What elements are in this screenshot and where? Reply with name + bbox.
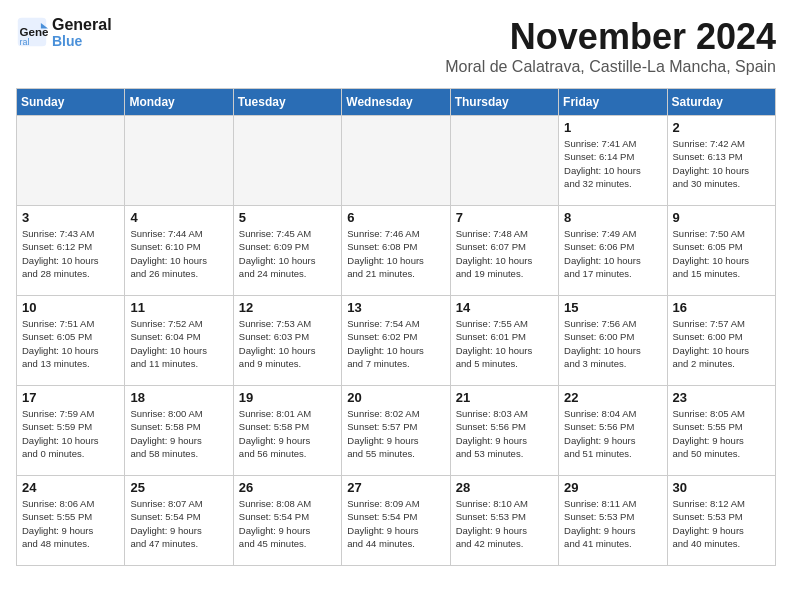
calendar-cell: 8Sunrise: 7:49 AMSunset: 6:06 PMDaylight… [559,206,667,296]
day-number: 4 [130,210,227,225]
day-info: Sunrise: 7:54 AMSunset: 6:02 PMDaylight:… [347,317,444,370]
calendar-cell: 5Sunrise: 7:45 AMSunset: 6:09 PMDaylight… [233,206,341,296]
day-info: Sunrise: 7:55 AMSunset: 6:01 PMDaylight:… [456,317,553,370]
svg-text:ral: ral [20,38,30,48]
day-number: 12 [239,300,336,315]
weekday-header-friday: Friday [559,89,667,116]
calendar-cell: 1Sunrise: 7:41 AMSunset: 6:14 PMDaylight… [559,116,667,206]
calendar-cell: 16Sunrise: 7:57 AMSunset: 6:00 PMDayligh… [667,296,775,386]
calendar-cell: 4Sunrise: 7:44 AMSunset: 6:10 PMDaylight… [125,206,233,296]
day-info: Sunrise: 7:53 AMSunset: 6:03 PMDaylight:… [239,317,336,370]
weekday-header-saturday: Saturday [667,89,775,116]
day-number: 30 [673,480,770,495]
day-info: Sunrise: 7:57 AMSunset: 6:00 PMDaylight:… [673,317,770,370]
day-info: Sunrise: 8:00 AMSunset: 5:58 PMDaylight:… [130,407,227,460]
weekday-header-tuesday: Tuesday [233,89,341,116]
day-info: Sunrise: 8:05 AMSunset: 5:55 PMDaylight:… [673,407,770,460]
calendar-cell [450,116,558,206]
day-info: Sunrise: 8:11 AMSunset: 5:53 PMDaylight:… [564,497,661,550]
day-info: Sunrise: 7:56 AMSunset: 6:00 PMDaylight:… [564,317,661,370]
day-info: Sunrise: 7:44 AMSunset: 6:10 PMDaylight:… [130,227,227,280]
day-info: Sunrise: 8:07 AMSunset: 5:54 PMDaylight:… [130,497,227,550]
day-number: 11 [130,300,227,315]
calendar-cell: 10Sunrise: 7:51 AMSunset: 6:05 PMDayligh… [17,296,125,386]
calendar-cell [233,116,341,206]
calendar-cell: 29Sunrise: 8:11 AMSunset: 5:53 PMDayligh… [559,476,667,566]
calendar-cell: 2Sunrise: 7:42 AMSunset: 6:13 PMDaylight… [667,116,775,206]
day-info: Sunrise: 8:02 AMSunset: 5:57 PMDaylight:… [347,407,444,460]
logo-line1: General [52,16,112,34]
calendar-cell: 7Sunrise: 7:48 AMSunset: 6:07 PMDaylight… [450,206,558,296]
day-info: Sunrise: 7:45 AMSunset: 6:09 PMDaylight:… [239,227,336,280]
calendar-cell: 27Sunrise: 8:09 AMSunset: 5:54 PMDayligh… [342,476,450,566]
day-info: Sunrise: 8:01 AMSunset: 5:58 PMDaylight:… [239,407,336,460]
day-info: Sunrise: 8:09 AMSunset: 5:54 PMDaylight:… [347,497,444,550]
day-number: 5 [239,210,336,225]
day-info: Sunrise: 7:49 AMSunset: 6:06 PMDaylight:… [564,227,661,280]
day-number: 21 [456,390,553,405]
calendar-table: SundayMondayTuesdayWednesdayThursdayFrid… [16,88,776,566]
day-info: Sunrise: 7:59 AMSunset: 5:59 PMDaylight:… [22,407,119,460]
calendar-cell: 24Sunrise: 8:06 AMSunset: 5:55 PMDayligh… [17,476,125,566]
calendar-cell: 28Sunrise: 8:10 AMSunset: 5:53 PMDayligh… [450,476,558,566]
day-number: 3 [22,210,119,225]
logo-line2: Blue [52,34,112,49]
day-number: 29 [564,480,661,495]
calendar-cell: 15Sunrise: 7:56 AMSunset: 6:00 PMDayligh… [559,296,667,386]
day-info: Sunrise: 8:12 AMSunset: 5:53 PMDaylight:… [673,497,770,550]
day-number: 18 [130,390,227,405]
weekday-header-monday: Monday [125,89,233,116]
calendar-cell: 22Sunrise: 8:04 AMSunset: 5:56 PMDayligh… [559,386,667,476]
day-info: Sunrise: 7:42 AMSunset: 6:13 PMDaylight:… [673,137,770,190]
day-number: 20 [347,390,444,405]
calendar-cell: 12Sunrise: 7:53 AMSunset: 6:03 PMDayligh… [233,296,341,386]
calendar-cell: 21Sunrise: 8:03 AMSunset: 5:56 PMDayligh… [450,386,558,476]
weekday-header-sunday: Sunday [17,89,125,116]
calendar-cell: 26Sunrise: 8:08 AMSunset: 5:54 PMDayligh… [233,476,341,566]
day-number: 25 [130,480,227,495]
day-number: 22 [564,390,661,405]
day-info: Sunrise: 8:06 AMSunset: 5:55 PMDaylight:… [22,497,119,550]
day-number: 16 [673,300,770,315]
calendar-cell: 13Sunrise: 7:54 AMSunset: 6:02 PMDayligh… [342,296,450,386]
day-number: 6 [347,210,444,225]
day-number: 28 [456,480,553,495]
title-section: November 2024 Moral de Calatrava, Castil… [445,16,776,76]
day-number: 24 [22,480,119,495]
day-number: 15 [564,300,661,315]
calendar-cell: 25Sunrise: 8:07 AMSunset: 5:54 PMDayligh… [125,476,233,566]
day-number: 2 [673,120,770,135]
day-info: Sunrise: 8:08 AMSunset: 5:54 PMDaylight:… [239,497,336,550]
calendar-cell [125,116,233,206]
calendar-cell: 30Sunrise: 8:12 AMSunset: 5:53 PMDayligh… [667,476,775,566]
calendar-cell: 9Sunrise: 7:50 AMSunset: 6:05 PMDaylight… [667,206,775,296]
calendar-cell: 11Sunrise: 7:52 AMSunset: 6:04 PMDayligh… [125,296,233,386]
day-number: 19 [239,390,336,405]
day-info: Sunrise: 7:43 AMSunset: 6:12 PMDaylight:… [22,227,119,280]
day-number: 8 [564,210,661,225]
day-info: Sunrise: 8:03 AMSunset: 5:56 PMDaylight:… [456,407,553,460]
calendar-cell [17,116,125,206]
logo: Gene ral General Blue [16,16,112,49]
day-number: 14 [456,300,553,315]
calendar-cell: 18Sunrise: 8:00 AMSunset: 5:58 PMDayligh… [125,386,233,476]
day-info: Sunrise: 7:52 AMSunset: 6:04 PMDaylight:… [130,317,227,370]
calendar-cell: 6Sunrise: 7:46 AMSunset: 6:08 PMDaylight… [342,206,450,296]
calendar-cell: 19Sunrise: 8:01 AMSunset: 5:58 PMDayligh… [233,386,341,476]
calendar-cell: 17Sunrise: 7:59 AMSunset: 5:59 PMDayligh… [17,386,125,476]
day-number: 1 [564,120,661,135]
day-info: Sunrise: 8:10 AMSunset: 5:53 PMDaylight:… [456,497,553,550]
day-number: 27 [347,480,444,495]
day-info: Sunrise: 7:46 AMSunset: 6:08 PMDaylight:… [347,227,444,280]
day-info: Sunrise: 8:04 AMSunset: 5:56 PMDaylight:… [564,407,661,460]
calendar-cell: 3Sunrise: 7:43 AMSunset: 6:12 PMDaylight… [17,206,125,296]
calendar-cell: 14Sunrise: 7:55 AMSunset: 6:01 PMDayligh… [450,296,558,386]
day-info: Sunrise: 7:50 AMSunset: 6:05 PMDaylight:… [673,227,770,280]
day-number: 10 [22,300,119,315]
calendar-cell: 23Sunrise: 8:05 AMSunset: 5:55 PMDayligh… [667,386,775,476]
day-number: 17 [22,390,119,405]
day-number: 26 [239,480,336,495]
weekday-header-wednesday: Wednesday [342,89,450,116]
day-number: 13 [347,300,444,315]
day-info: Sunrise: 7:51 AMSunset: 6:05 PMDaylight:… [22,317,119,370]
